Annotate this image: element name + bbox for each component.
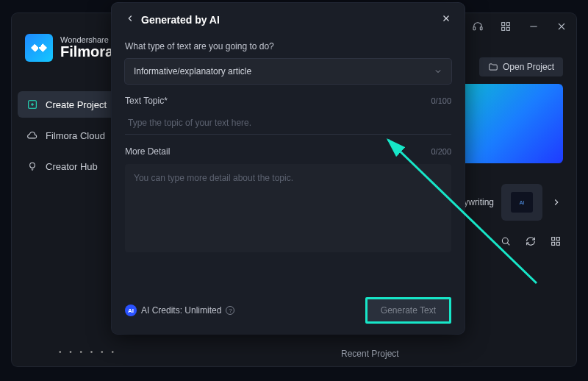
sidebar-item-label: Filmora Cloud <box>46 130 105 141</box>
plus-square-icon <box>26 99 38 110</box>
detail-field-row: More Detail 0/200 <box>125 146 451 157</box>
app-shell: Open Project Wondershare Filmora Create … <box>0 0 588 381</box>
sidebar-item-label: Creator Hub <box>46 161 98 172</box>
svg-rect-18 <box>556 238 559 241</box>
modal-footer: AI AI Credits: Unlimited ? Generate Text <box>125 297 451 324</box>
sidebar-item-filmora-cloud[interactable]: Filmora Cloud <box>18 122 121 149</box>
detail-label: More Detail <box>125 146 170 157</box>
back-icon[interactable] <box>125 13 135 26</box>
ai-badge-icon: AI <box>125 305 137 316</box>
svg-rect-17 <box>552 238 555 241</box>
modal-title: Generated by AI <box>141 14 435 26</box>
topic-counter: 0/100 <box>431 96 451 105</box>
ai-chip-icon: AI <box>511 192 533 213</box>
chevron-down-icon <box>434 67 442 76</box>
open-project-label: Open Project <box>503 62 554 72</box>
svg-line-16 <box>507 243 509 245</box>
credits-label: AI Credits: Unlimited <box>141 305 221 316</box>
sidebar-item-create-project[interactable]: Create Project <box>18 91 121 118</box>
refresh-icon[interactable] <box>523 234 538 249</box>
pager-dots[interactable]: • • • • • • <box>59 348 117 356</box>
close-window-icon[interactable] <box>553 18 570 35</box>
brand: Wondershare Filmora <box>25 34 113 62</box>
detail-textarea[interactable] <box>125 164 451 252</box>
topic-field-row: Text Topic* 0/100 <box>125 96 451 106</box>
svg-rect-4 <box>502 27 505 30</box>
text-type-select[interactable]: Informative/explanatory article <box>125 59 451 84</box>
svg-rect-1 <box>480 27 482 30</box>
folder-icon <box>488 62 498 72</box>
open-project-button[interactable]: Open Project <box>479 57 563 76</box>
cloud-icon <box>26 129 38 141</box>
minimize-icon[interactable] <box>525 18 542 35</box>
svg-rect-0 <box>473 27 476 30</box>
svg-rect-5 <box>506 27 509 30</box>
ai-credits: AI AI Credits: Unlimited ? <box>125 305 234 316</box>
info-icon[interactable]: ? <box>226 306 234 315</box>
brand-text: Wondershare Filmora <box>60 36 113 60</box>
sidebar: Create Project Filmora Cloud Creator Hub <box>18 91 121 179</box>
sidebar-item-label: Create Project <box>46 99 107 110</box>
grid-view-icon[interactable] <box>548 234 563 249</box>
support-headset-icon[interactable] <box>469 18 487 35</box>
svg-rect-3 <box>506 23 509 26</box>
bulb-icon <box>26 160 38 172</box>
svg-rect-2 <box>502 23 505 26</box>
svg-point-15 <box>502 238 508 243</box>
svg-rect-20 <box>556 242 559 245</box>
chevron-right-icon[interactable] <box>550 184 563 221</box>
tool-row <box>498 234 563 249</box>
project-thumbnail[interactable] <box>460 84 563 163</box>
question-label: What type of text are you going to do? <box>125 41 451 51</box>
recent-project-label: Recent Project <box>341 349 399 359</box>
topic-input[interactable] <box>125 112 451 135</box>
filmora-logo-icon <box>25 34 53 62</box>
svg-rect-19 <box>552 242 555 245</box>
apps-grid-icon[interactable] <box>497 18 514 35</box>
topic-label: Text Topic* <box>125 96 168 106</box>
svg-point-12 <box>30 163 35 168</box>
brand-line2: Filmora <box>60 44 113 60</box>
card-row: Copywriting AI <box>448 184 563 221</box>
select-value: Informative/explanatory article <box>134 66 251 76</box>
modal-header: Generated by AI <box>125 13 451 26</box>
sidebar-item-creator-hub[interactable]: Creator Hub <box>18 153 121 179</box>
search-icon[interactable] <box>498 234 513 249</box>
generated-by-ai-modal: Generated by AI What type of text are yo… <box>112 3 465 334</box>
copywriting-card[interactable]: AI <box>501 184 542 221</box>
detail-counter: 0/200 <box>431 147 451 156</box>
close-icon[interactable] <box>441 13 451 26</box>
generate-text-button[interactable]: Generate Text <box>365 297 451 324</box>
